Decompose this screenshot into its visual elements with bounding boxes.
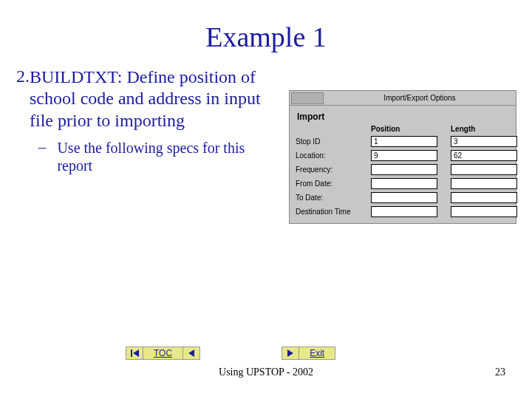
exit-button[interactable]: Exit — [299, 347, 335, 360]
sub-list-text: Use the following specs for this report — [57, 139, 279, 175]
slide-title: Example 1 — [0, 21, 532, 53]
nav-bar: TOC Exit — [0, 344, 532, 362]
sub-bullet: – — [38, 139, 57, 175]
triangle-right-icon — [287, 349, 293, 357]
page-number: 23 — [495, 366, 505, 378]
import-export-dialog: Import/Export Options Import Position Le… — [289, 90, 516, 224]
sub-list-item: – Use the following specs for this repor… — [38, 139, 279, 175]
system-menu-icon[interactable] — [291, 92, 324, 104]
header-blank — [296, 126, 358, 133]
triangle-left-icon — [133, 349, 139, 357]
row-label: Destination Time — [296, 208, 358, 216]
nav-next-button[interactable] — [282, 347, 299, 360]
nav-prev-button[interactable] — [183, 347, 200, 360]
list-text: BUILDTXT: Define position of school code… — [30, 66, 279, 132]
row-label: Frequency: — [296, 166, 358, 174]
header-position: Position — [371, 125, 437, 133]
header-length: Length — [451, 125, 517, 133]
toc-button[interactable]: TOC — [143, 347, 183, 360]
length-input[interactable]: 62 — [451, 150, 517, 161]
position-input[interactable] — [371, 164, 437, 175]
position-input[interactable]: 1 — [371, 136, 437, 147]
position-input[interactable]: 9 — [371, 150, 437, 161]
row-label: To Date: — [296, 194, 358, 202]
nav-first-button[interactable] — [126, 347, 143, 360]
list-item: 2. BUILDTXT: Define position of school c… — [16, 66, 279, 132]
content-row: 2. BUILDTXT: Define position of school c… — [0, 66, 532, 224]
position-input[interactable] — [371, 206, 437, 217]
length-input[interactable]: 3 — [451, 136, 517, 147]
length-input[interactable] — [451, 192, 517, 203]
row-label: From Date: — [296, 180, 358, 188]
left-column: 2. BUILDTXT: Define position of school c… — [16, 66, 279, 175]
row-label: Stop ID — [296, 137, 358, 146]
length-input[interactable] — [451, 164, 517, 175]
triangle-left-icon — [188, 349, 194, 357]
field-grid: Position Length Stop ID 1 3 Location: 9 … — [296, 125, 510, 217]
dialog-subtitle: Import — [297, 112, 510, 122]
row-label: Location: — [296, 151, 358, 160]
position-input[interactable] — [371, 178, 437, 189]
list-number: 2. — [16, 66, 30, 132]
dialog-titlebar: Import/Export Options — [290, 91, 516, 106]
length-input[interactable] — [451, 206, 517, 217]
dialog-title: Import/Export Options — [324, 94, 516, 102]
footer-text: Using UPSTOP - 2002 — [0, 366, 532, 378]
length-input[interactable] — [451, 178, 517, 189]
right-column: Import/Export Options Import Position Le… — [289, 90, 516, 224]
position-input[interactable] — [371, 192, 437, 203]
dialog-body: Import Position Length Stop ID 1 3 Locat… — [290, 106, 516, 223]
bar-icon — [131, 349, 132, 357]
